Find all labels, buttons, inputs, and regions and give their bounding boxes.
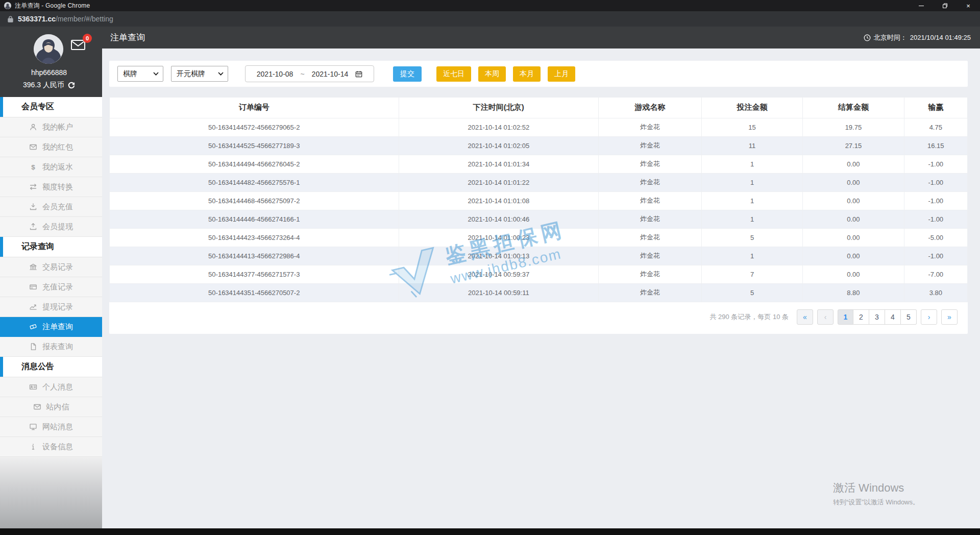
sidebar-item-my-redpacket[interactable]: 我的红包 bbox=[0, 137, 102, 157]
cell-bet-time: 2021-10-14 01:01:22 bbox=[399, 173, 599, 191]
sidebar-item-device-info[interactable]: 设备信息 bbox=[0, 437, 102, 457]
sidebar-item-label: 我的红包 bbox=[42, 142, 73, 152]
svg-text:$: $ bbox=[31, 163, 35, 171]
page-button-1[interactable]: 1 bbox=[838, 309, 853, 325]
sidebar-item-site-messages[interactable]: 网站消息 bbox=[0, 417, 102, 437]
date-range-separator: ~ bbox=[300, 70, 304, 78]
section-accent-bar bbox=[0, 357, 3, 377]
pagination: 共 290 条记录，每页 10 条 « ‹ 12345 › » bbox=[109, 302, 968, 331]
cell-settle-amount: 0.00 bbox=[803, 173, 904, 191]
sidebar-item-bet-query[interactable]: 注单查询 bbox=[0, 317, 102, 337]
site-favicon bbox=[4, 2, 11, 9]
sidebar-item-member-withdraw[interactable]: 会员提现 bbox=[0, 217, 102, 237]
submit-button[interactable]: 提交 bbox=[393, 66, 422, 82]
last-page-button[interactable]: » bbox=[941, 309, 958, 325]
url-path: /member/#/betting bbox=[56, 15, 113, 23]
table-body: 50-1634144572-4566279065-22021-10-14 01:… bbox=[110, 118, 968, 302]
quick-range-button-2[interactable]: 本周 bbox=[478, 66, 506, 82]
cell-win-loss: -7.00 bbox=[904, 265, 967, 283]
rebate-icon: $ bbox=[29, 163, 37, 171]
address-bar[interactable]: 5363371.cc/member/#/betting bbox=[0, 11, 980, 27]
sidebar-item-label: 交易记录 bbox=[42, 262, 73, 272]
cell-settle-amount: 0.00 bbox=[803, 210, 904, 228]
sidebar-item-my-rebate[interactable]: $我的返水 bbox=[0, 157, 102, 177]
transfer-icon bbox=[29, 183, 37, 191]
next-page-button[interactable]: › bbox=[921, 309, 937, 325]
platform-select[interactable]: 开元棋牌 bbox=[171, 66, 228, 82]
cell-order-no: 50-1634144377-4566271577-3 bbox=[110, 265, 399, 283]
sidebar: 0 hhp666888 396.3 人民币 会员专区我的帐户我的红包$我的返水额… bbox=[0, 27, 102, 528]
sidebar-item-my-account[interactable]: 我的帐户 bbox=[0, 117, 102, 137]
table-row: 50-1634144525-4566277189-32021-10-14 01:… bbox=[110, 136, 968, 155]
cell-settle-amount: 0.00 bbox=[803, 247, 904, 265]
date-from-value: 2021-10-08 bbox=[257, 70, 293, 78]
cell-game-name: 炸金花 bbox=[599, 228, 702, 247]
sidebar-item-site-mail[interactable]: 站内信 bbox=[0, 397, 102, 417]
column-header: 投注金额 bbox=[701, 98, 802, 118]
table-row: 50-1634144413-4566272986-42021-10-14 01:… bbox=[110, 247, 968, 265]
cell-order-no: 50-1634144494-4566276045-2 bbox=[110, 155, 399, 173]
sidebar-item-withdraw-records[interactable]: 提现记录 bbox=[0, 297, 102, 317]
content-area: 棋牌 开元棋牌 2021-10-08 ~ 2021-10-14 bbox=[102, 48, 980, 528]
clock-icon bbox=[864, 34, 871, 41]
cell-win-loss: 3.80 bbox=[904, 283, 967, 302]
page-button-5[interactable]: 5 bbox=[901, 309, 917, 325]
sidebar-nav: 会员专区我的帐户我的红包$我的返水额度转换会员充值会员提现记录查询交易记录充值记… bbox=[0, 97, 102, 457]
page-button-4[interactable]: 4 bbox=[885, 309, 901, 325]
cell-bet-amount: 7 bbox=[701, 265, 802, 283]
date-to-value: 2021-10-14 bbox=[312, 70, 349, 78]
first-page-button[interactable]: « bbox=[797, 309, 813, 325]
browser-titlebar: 注单查询 - Google Chrome × bbox=[0, 0, 980, 11]
cell-order-no: 50-1634144525-4566277189-3 bbox=[110, 136, 399, 155]
lock-icon[interactable] bbox=[8, 16, 13, 22]
table-row: 50-1634144423-4566273264-42021-10-14 01:… bbox=[110, 228, 968, 247]
cell-bet-amount: 1 bbox=[701, 173, 802, 191]
cell-win-loss: -1.00 bbox=[904, 173, 967, 191]
bet-records-table: 订单编号下注时间(北京)游戏名称投注金额结算金额输赢 50-1634144572… bbox=[109, 98, 968, 302]
sidebar-section-title: 消息公告 bbox=[0, 357, 102, 377]
date-range-picker[interactable]: 2021-10-08 ~ 2021-10-14 bbox=[245, 65, 374, 82]
account-icon bbox=[29, 123, 37, 131]
sidebar-item-label: 额度转换 bbox=[42, 182, 73, 192]
cell-game-name: 炸金花 bbox=[599, 210, 702, 228]
sidebar-item-transaction-records[interactable]: 交易记录 bbox=[0, 257, 102, 277]
sidebar-section-title: 记录查询 bbox=[0, 237, 102, 257]
table-header-row: 订单编号下注时间(北京)游戏名称投注金额结算金额输赢 bbox=[110, 98, 968, 118]
cell-bet-time: 2021-10-14 00:59:37 bbox=[399, 265, 599, 283]
refresh-icon[interactable] bbox=[68, 82, 75, 89]
quick-range-button-3[interactable]: 本月 bbox=[513, 66, 541, 82]
quick-range-button-4[interactable]: 上月 bbox=[548, 66, 575, 82]
page-url[interactable]: 5363371.cc/member/#/betting bbox=[18, 15, 113, 23]
sidebar-item-label: 站内信 bbox=[46, 402, 69, 412]
minimize-button[interactable] bbox=[910, 0, 933, 11]
filter-bar: 棋牌 开元棋牌 2021-10-08 ~ 2021-10-14 bbox=[109, 61, 968, 87]
close-button[interactable]: × bbox=[957, 0, 980, 11]
window-title: 注单查询 - Google Chrome bbox=[15, 2, 90, 10]
restore-button[interactable] bbox=[933, 0, 957, 11]
mail-button[interactable]: 0 bbox=[70, 39, 88, 53]
cell-bet-time: 2021-10-14 01:00:23 bbox=[399, 228, 599, 247]
activation-title: 激活 Windows bbox=[833, 480, 919, 496]
sidebar-item-report-query[interactable]: 报表查询 bbox=[0, 337, 102, 357]
cell-game-name: 炸金花 bbox=[599, 265, 702, 283]
quick-range-button-1[interactable]: 近七日 bbox=[436, 66, 471, 82]
cell-order-no: 50-1634144572-4566279065-2 bbox=[110, 118, 399, 136]
bottom-strip bbox=[0, 528, 980, 535]
page-button-3[interactable]: 3 bbox=[869, 309, 885, 325]
calendar-icon bbox=[355, 70, 362, 78]
bank-icon bbox=[29, 263, 37, 271]
sidebar-item-label: 会员提现 bbox=[42, 222, 73, 232]
previous-page-button[interactable]: ‹ bbox=[817, 309, 834, 325]
cell-win-loss: 4.75 bbox=[904, 118, 967, 136]
sidebar-item-deposit-records[interactable]: 充值记录 bbox=[0, 277, 102, 297]
sidebar-item-member-deposit[interactable]: 会员充值 bbox=[0, 197, 102, 217]
cell-bet-time: 2021-10-14 01:01:08 bbox=[399, 191, 599, 210]
table-row: 50-1634144446-4566274166-12021-10-14 01:… bbox=[110, 210, 968, 228]
page-number-group: 12345 bbox=[838, 309, 917, 325]
sidebar-item-quota-transfer[interactable]: 额度转换 bbox=[0, 177, 102, 197]
sidebar-item-personal-messages[interactable]: 个人消息 bbox=[0, 377, 102, 397]
category-select[interactable]: 棋牌 bbox=[117, 66, 163, 82]
avatar[interactable] bbox=[34, 34, 63, 64]
username: hhp666888 bbox=[0, 68, 98, 77]
page-button-2[interactable]: 2 bbox=[853, 309, 869, 325]
